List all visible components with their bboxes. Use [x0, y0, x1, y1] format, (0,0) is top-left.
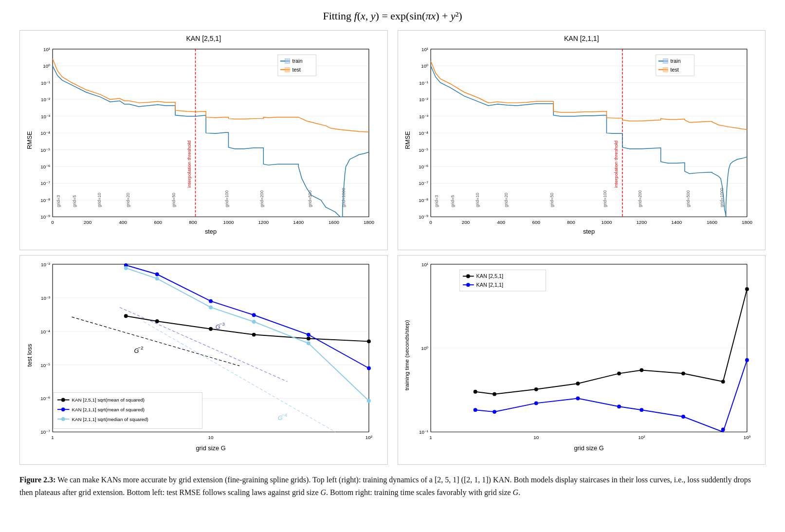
svg-text:grid=5: grid=5 [450, 195, 455, 207]
svg-text:interpolation threshold: interpolation threshold [186, 141, 192, 188]
svg-text:grid=3: grid=3 [434, 195, 438, 207]
svg-point-154 [252, 313, 256, 317]
svg-point-146 [155, 319, 159, 323]
svg-text:step: step [583, 228, 594, 235]
svg-text:grid=100: grid=100 [224, 190, 229, 207]
svg-point-171 [61, 417, 65, 421]
svg-text:10⁻⁶: 10⁻⁶ [40, 396, 50, 401]
svg-point-201 [534, 401, 538, 405]
svg-text:10⁻⁹: 10⁻⁹ [40, 214, 50, 220]
svg-text:KAN [2,1,1] sqrt(mean of squar: KAN [2,1,1] sqrt(mean of squared) [72, 407, 145, 412]
bottom-left-chart: test loss 10⁻² 10⁻³ 10⁻⁴ 10⁻⁵ 10⁻⁶ 10⁻⁷ [19, 255, 388, 465]
svg-text:10⁻⁴: 10⁻⁴ [40, 329, 50, 334]
svg-text:10⁻⁵: 10⁻⁵ [40, 362, 50, 367]
svg-point-195 [639, 368, 643, 372]
svg-point-159 [209, 305, 213, 309]
svg-text:10: 10 [208, 435, 214, 440]
svg-text:10⁻¹: 10⁻¹ [419, 80, 428, 86]
svg-text:grid=50: grid=50 [171, 193, 176, 207]
svg-text:600: 600 [154, 220, 163, 225]
svg-text:KAN [2,5,1]: KAN [2,5,1] [476, 273, 503, 279]
svg-point-200 [493, 410, 496, 414]
svg-text:10⁻⁶: 10⁻⁶ [419, 164, 428, 169]
main-title: Fitting f(x, y) = exp(sin(πx) + y²) [19, 10, 766, 22]
svg-text:10³: 10³ [743, 435, 750, 440]
svg-text:1600: 1600 [329, 220, 339, 225]
svg-text:1800: 1800 [364, 220, 374, 225]
svg-text:grid=10: grid=10 [97, 193, 102, 207]
top-left-chart: KAN [2,5,1] RMSE 10¹ 10⁰ 10⁻¹ 10⁻² [19, 30, 388, 250]
svg-text:test: test [670, 67, 678, 73]
svg-point-191 [493, 392, 496, 396]
svg-text:1200: 1200 [636, 220, 647, 225]
bottom-right-svg: training time (seconds/step) 10¹ 10⁰ 10⁻… [402, 259, 762, 461]
svg-point-158 [155, 276, 159, 280]
svg-point-150 [367, 339, 371, 343]
svg-text:1800: 1800 [742, 220, 752, 225]
svg-point-207 [745, 358, 749, 362]
bottom-right-chart: training time (seconds/step) 10¹ 10⁰ 10⁻… [398, 255, 766, 465]
charts-grid: KAN [2,5,1] RMSE 10¹ 10⁰ 10⁻¹ 10⁻² [19, 30, 766, 465]
svg-text:10⁻⁴: 10⁻⁴ [419, 130, 428, 136]
svg-text:10⁻⁶: 10⁻⁶ [40, 164, 50, 169]
svg-text:grid=10: grid=10 [475, 193, 479, 207]
svg-text:1400: 1400 [671, 220, 682, 225]
svg-text:400: 400 [119, 220, 128, 225]
svg-text:grid=20: grid=20 [126, 193, 130, 207]
svg-text:0: 0 [429, 220, 432, 225]
svg-text:10⁻⁵: 10⁻⁵ [419, 147, 428, 153]
svg-point-194 [617, 371, 621, 375]
svg-text:10¹: 10¹ [43, 47, 51, 52]
svg-text:1000: 1000 [223, 220, 234, 225]
svg-point-156 [367, 366, 371, 370]
svg-point-203 [617, 404, 621, 408]
svg-text:1: 1 [429, 435, 432, 440]
svg-text:grid=200: grid=200 [638, 190, 642, 207]
svg-text:1000: 1000 [601, 220, 612, 225]
svg-text:0: 0 [51, 220, 54, 225]
svg-point-210 [466, 274, 470, 278]
svg-point-147 [209, 327, 213, 330]
svg-text:10¹: 10¹ [421, 47, 428, 52]
svg-point-149 [307, 336, 310, 340]
svg-text:10⁻⁵: 10⁻⁵ [40, 147, 50, 153]
svg-text:10¹: 10¹ [421, 261, 428, 267]
svg-text:KAN [2,1,1]: KAN [2,1,1] [476, 282, 503, 288]
svg-text:10⁻²: 10⁻² [41, 261, 51, 267]
svg-text:10⁻⁴: 10⁻⁴ [40, 130, 50, 136]
svg-text:10⁻⁷: 10⁻⁷ [40, 181, 50, 186]
svg-text:1: 1 [51, 435, 54, 440]
svg-text:10⁻⁷: 10⁻⁷ [40, 429, 50, 435]
svg-point-168 [61, 407, 65, 411]
svg-text:training time (seconds/step): training time (seconds/step) [403, 320, 410, 390]
svg-point-204 [639, 408, 643, 412]
svg-text:−3: −3 [219, 321, 225, 326]
svg-text:10⁻⁹: 10⁻⁹ [419, 214, 428, 220]
svg-text:grid size G: grid size G [196, 444, 225, 451]
top-left-svg: RMSE 10¹ 10⁰ 10⁻¹ 10⁻² 10⁻³ 10⁻⁴ 10⁻⁵ [24, 44, 383, 246]
svg-point-160 [252, 320, 256, 324]
svg-text:200: 200 [84, 220, 92, 225]
svg-point-153 [209, 299, 213, 303]
svg-text:grid=200: grid=200 [259, 190, 264, 207]
svg-point-199 [473, 408, 477, 412]
svg-text:10⁻²: 10⁻² [419, 97, 428, 102]
svg-text:grid size G: grid size G [574, 444, 603, 451]
svg-text:800: 800 [189, 220, 197, 225]
svg-rect-55 [285, 67, 290, 72]
top-right-chart: KAN [2,1,1] RMSE 10¹ 10⁰ 10⁻¹ 10⁻² 10⁻³ … [398, 30, 766, 250]
svg-text:10⁻³: 10⁻³ [419, 114, 428, 119]
svg-text:10⁻³: 10⁻³ [41, 114, 51, 119]
svg-point-145 [124, 314, 128, 318]
svg-point-148 [252, 332, 256, 336]
svg-text:RMSE: RMSE [26, 131, 33, 149]
svg-text:600: 600 [532, 220, 540, 225]
svg-rect-52 [285, 59, 290, 64]
svg-text:1600: 1600 [707, 220, 717, 225]
svg-text:800: 800 [567, 220, 575, 225]
svg-text:10⁻³: 10⁻³ [41, 295, 51, 300]
svg-text:200: 200 [461, 220, 470, 225]
svg-text:train: train [292, 58, 302, 64]
top-right-title: KAN [2,1,1] [402, 35, 762, 42]
svg-text:grid=3: grid=3 [56, 195, 61, 207]
